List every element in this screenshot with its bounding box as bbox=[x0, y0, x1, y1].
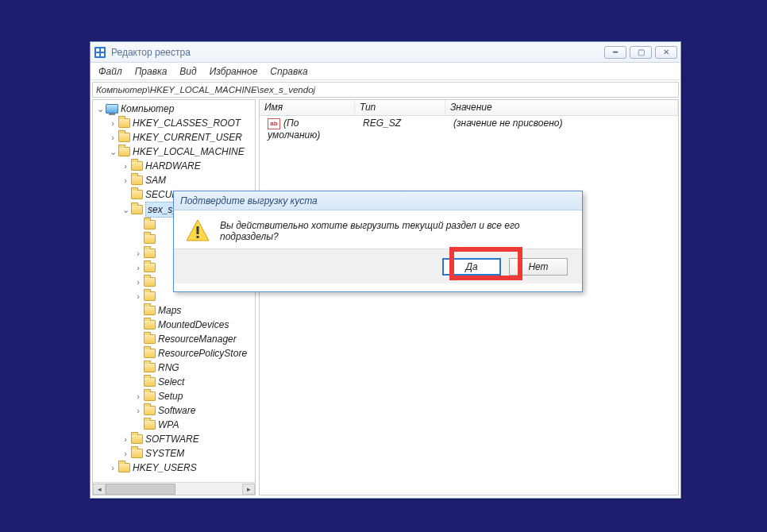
tree-maps[interactable]: Maps bbox=[133, 303, 255, 318]
col-value[interactable]: Значение bbox=[445, 100, 678, 115]
tree-hardware[interactable]: ›HARDWARE bbox=[120, 159, 255, 173]
tree-hkcu[interactable]: ›HKEY_CURRENT_USER bbox=[107, 130, 255, 145]
tree-sam[interactable]: ›SAM bbox=[120, 173, 255, 187]
row-type: REG_SZ bbox=[358, 118, 449, 141]
menu-edit[interactable]: Правка bbox=[129, 64, 174, 79]
regedit-icon bbox=[94, 46, 106, 59]
window-title: Редактор реестра bbox=[111, 47, 599, 58]
list-row[interactable]: ab(По умолчанию) REG_SZ (значение не при… bbox=[260, 116, 678, 142]
tree-system[interactable]: ›SYSTEM bbox=[120, 446, 255, 461]
address-path: Компьютер\HKEY_LOCAL_MACHINE\sex_s_vendo… bbox=[96, 85, 315, 94]
tree-setup[interactable]: ›Setup bbox=[133, 389, 255, 403]
scroll-right-button[interactable]: ▸ bbox=[242, 484, 255, 495]
tree-hklm[interactable]: ⌄HKEY_LOCAL_MACHINE bbox=[107, 145, 255, 159]
address-bar[interactable]: Компьютер\HKEY_LOCAL_MACHINE\sex_s_vendo… bbox=[92, 82, 679, 98]
svg-rect-7 bbox=[197, 236, 199, 238]
minimize-button[interactable]: ━ bbox=[604, 46, 626, 59]
tree-hkcr[interactable]: ›HKEY_CLASSES_ROOT bbox=[107, 116, 255, 130]
titlebar[interactable]: Редактор реестра ━ ▢ ✕ bbox=[91, 42, 680, 63]
scroll-left-button[interactable]: ◂ bbox=[93, 484, 106, 495]
yes-button[interactable]: Да bbox=[442, 258, 501, 276]
col-type[interactable]: Тип bbox=[355, 100, 445, 115]
tree-respol[interactable]: ResourcePolicyStore bbox=[133, 346, 255, 360]
tree-rng[interactable]: RNG bbox=[133, 360, 255, 375]
menu-help[interactable]: Справка bbox=[264, 64, 314, 79]
no-button[interactable]: Нет bbox=[509, 258, 568, 276]
dialog-title[interactable]: Подтвердите выгрузку куста bbox=[174, 191, 582, 210]
list-header: Имя Тип Значение bbox=[260, 100, 678, 116]
menubar: Файл Правка Вид Избранное Справка bbox=[91, 63, 680, 80]
svg-rect-1 bbox=[96, 48, 99, 52]
tree-mounted[interactable]: MountedDevices bbox=[133, 318, 255, 332]
svg-rect-3 bbox=[96, 53, 99, 56]
row-value: (значение не присвоено) bbox=[449, 118, 678, 141]
string-value-icon: ab bbox=[268, 118, 280, 129]
tree-resmgr[interactable]: ResourceManager bbox=[133, 332, 255, 346]
menu-file[interactable]: Файл bbox=[92, 64, 129, 79]
confirm-unload-dialog: Подтвердите выгрузку куста Вы действител… bbox=[173, 191, 583, 292]
tree-wpa[interactable]: WPA bbox=[133, 418, 255, 432]
dialog-message: Вы действительно хотите выгрузить текущи… bbox=[220, 220, 568, 242]
tree-software-sub[interactable]: ›Software bbox=[133, 403, 255, 418]
tree-h-scrollbar[interactable]: ◂ ▸ bbox=[93, 482, 255, 495]
close-button[interactable]: ✕ bbox=[655, 46, 677, 59]
tree-select[interactable]: Select bbox=[133, 375, 255, 389]
svg-rect-4 bbox=[101, 53, 104, 56]
tree-software[interactable]: ›SOFTWARE bbox=[120, 432, 255, 446]
col-name[interactable]: Имя bbox=[260, 100, 355, 115]
menu-favorites[interactable]: Избранное bbox=[203, 64, 264, 79]
tree-root[interactable]: ⌄Компьютер bbox=[94, 102, 255, 116]
tree-pane[interactable]: ⌄Компьютер ›HKEY_CLASSES_ROOT ›HKEY_CURR… bbox=[92, 99, 256, 495]
menu-view[interactable]: Вид bbox=[173, 64, 202, 79]
maximize-button[interactable]: ▢ bbox=[630, 46, 652, 59]
tree-hku[interactable]: ›HKEY_USERS bbox=[107, 461, 255, 475]
svg-rect-6 bbox=[197, 226, 199, 234]
svg-rect-2 bbox=[101, 48, 104, 52]
value-list-pane[interactable]: Имя Тип Значение ab(По умолчанию) REG_SZ… bbox=[259, 99, 679, 495]
warning-icon bbox=[185, 218, 210, 244]
scroll-thumb[interactable] bbox=[106, 484, 175, 495]
